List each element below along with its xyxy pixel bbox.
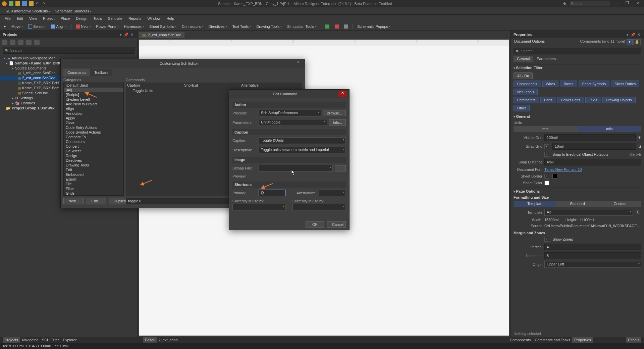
categories-list[interactable]: [Default Bars][All][Scripts][System Leve…	[63, 83, 124, 196]
tb-drawing-tools[interactable]: Drawing Tools	[254, 24, 284, 29]
minimize-button[interactable]: —	[612, 1, 621, 7]
chip[interactable]: Parameters	[514, 97, 539, 103]
menu-file[interactable]: File	[2, 16, 13, 21]
chip-all-on[interactable]: All - On	[514, 72, 533, 79]
footer-tab-comments[interactable]: Comments and Tasks	[533, 337, 572, 343]
tb-power-ports[interactable]: Power Ports	[94, 24, 121, 29]
category-item[interactable]: Directives	[64, 158, 123, 163]
footer-tab-explorer[interactable]: Explorer	[61, 337, 79, 343]
chip[interactable]: Other	[514, 105, 530, 111]
schematic-shortcuts[interactable]: Schematic Shortcuts	[53, 8, 93, 14]
category-item[interactable]: Align	[64, 106, 123, 111]
chip[interactable]: Buses	[560, 81, 577, 87]
chip[interactable]: Power Ports	[557, 97, 584, 103]
icon-save[interactable]	[22, 1, 27, 6]
tb-icon-a[interactable]	[323, 24, 331, 29]
border-color-swatch[interactable]	[552, 174, 557, 179]
icon-redo[interactable]: ↷	[42, 1, 47, 6]
category-item[interactable]: [All]	[64, 88, 123, 92]
category-item[interactable]: Filter	[64, 186, 123, 191]
funnel-icon[interactable]: ▼	[627, 39, 633, 45]
origin-dropdown[interactable]: Upper Left	[544, 261, 641, 268]
template-dropdown[interactable]: A3	[544, 209, 633, 216]
footer-tab-panels[interactable]: Panels	[626, 337, 641, 343]
tb-harnesses[interactable]: Harnesses	[122, 24, 146, 29]
panel-close-icon[interactable]: ✕	[636, 33, 641, 37]
category-item[interactable]: Edit	[64, 167, 123, 172]
category-item[interactable]: Apply	[64, 116, 123, 120]
in-use-dropdown-1[interactable]	[232, 204, 286, 210]
footer-tab-ext-conn[interactable]: 2_ext_conn	[157, 337, 180, 343]
cancel-button[interactable]: Cancel	[327, 221, 346, 228]
caption-input[interactable]: Toggle &Units	[259, 137, 346, 144]
units-mm[interactable]: mm	[514, 126, 578, 132]
ok-button[interactable]: OK	[306, 221, 324, 228]
selection-filter-header[interactable]: Selection Filter	[514, 64, 641, 71]
seg-custom[interactable]: Custom	[599, 201, 641, 207]
snap-dist-input[interactable]	[544, 159, 641, 165]
proj-tb-icon-4[interactable]	[26, 40, 32, 45]
properties-search-input[interactable]	[521, 49, 639, 53]
category-item[interactable]: [System Level]	[64, 97, 123, 102]
seg-standard[interactable]: Standard	[556, 201, 599, 207]
doc-font-link[interactable]: Times New Roman, 10	[544, 167, 641, 171]
bitmap-browse[interactable]: ⋯	[335, 165, 346, 171]
category-item[interactable]: File	[64, 182, 123, 186]
edit-command-close[interactable]: ✕	[338, 91, 346, 97]
tb-align[interactable]: Align	[49, 24, 68, 29]
panel-dropdown-icon[interactable]: ▾	[626, 33, 630, 37]
category-item[interactable]: [Default Bars]	[64, 83, 123, 88]
category-item[interactable]: Design	[64, 153, 123, 158]
chip[interactable]: Sheet Entries	[611, 81, 639, 87]
update-icon[interactable]: ↻	[635, 210, 641, 215]
sch-interactive-shortcuts[interactable]: SCH Interactive Shortcuts	[3, 8, 52, 14]
visible-grid-input[interactable]	[544, 134, 636, 141]
category-item[interactable]: Embedded	[64, 172, 123, 177]
customize-close[interactable]: ✕	[294, 60, 302, 67]
lock-icon[interactable]: 🔒	[633, 39, 641, 45]
customize-tab-commands[interactable]: Commands	[63, 69, 90, 76]
menu-help[interactable]: Help	[164, 16, 177, 21]
chip[interactable]: Net Labels	[514, 89, 538, 95]
properties-search[interactable]	[514, 48, 641, 54]
edit-button[interactable]: Edit...	[87, 198, 106, 204]
menu-place[interactable]: Place	[58, 16, 73, 21]
in-use-dropdown-2[interactable]	[292, 204, 346, 210]
new-button[interactable]: New...	[63, 198, 84, 204]
document-tab[interactable]: 2_ext_conn.SchDoc	[139, 32, 184, 38]
category-item[interactable]: Annotation	[64, 111, 123, 116]
show-zones-check[interactable]	[544, 237, 550, 242]
footer-tab-editor[interactable]: Editor	[143, 337, 157, 343]
panel-close-icon[interactable]: ✕	[129, 33, 135, 37]
page-options-header[interactable]: Page Options	[514, 188, 641, 195]
visible-icon[interactable]: 👁	[638, 136, 641, 140]
panel-dropdown-icon[interactable]: ▾	[119, 33, 123, 37]
menu-tools[interactable]: Tools	[91, 16, 105, 21]
footer-tab-components[interactable]: Components	[508, 337, 533, 343]
vertical-input[interactable]	[544, 244, 641, 250]
icon-open[interactable]	[15, 1, 20, 6]
chip[interactable]: Sheet Symbols	[579, 81, 610, 87]
panel-pin-icon[interactable]: 📌	[123, 33, 129, 37]
category-item[interactable]: Export	[64, 177, 123, 182]
tb-icon-b[interactable]	[333, 24, 341, 29]
category-item[interactable]: Code Symbol Actions	[64, 130, 123, 135]
tab-parameters[interactable]: Parameters	[533, 56, 559, 62]
panel-pin-icon[interactable]: 📌	[630, 33, 636, 37]
tb-cursor-icon[interactable]: ▸	[2, 23, 8, 29]
tb-schematic-popups[interactable]: Schematic Popups	[355, 24, 392, 29]
titlebar-search[interactable]	[570, 1, 610, 6]
menu-view[interactable]: View	[26, 16, 40, 21]
footer-tab-projects[interactable]: Projects	[3, 337, 20, 343]
components-more[interactable]: Components (and 11 more)	[580, 39, 625, 45]
footer-tab-properties[interactable]: Properties	[572, 337, 593, 343]
footer-tab-navigator[interactable]: Navigator	[20, 337, 40, 343]
params-dropdown[interactable]: Unit=Toggle	[259, 119, 327, 126]
category-item[interactable]: DeSelect	[64, 149, 123, 153]
snap-grid-input[interactable]	[552, 143, 636, 150]
icon-doc[interactable]	[9, 1, 13, 6]
proj-tb-icon-2[interactable]	[10, 40, 15, 45]
info-button[interactable]: Info...	[329, 119, 346, 126]
tb-connectors[interactable]: Connectors	[180, 24, 205, 29]
primary-shortcut-input[interactable]: Q	[259, 190, 286, 196]
